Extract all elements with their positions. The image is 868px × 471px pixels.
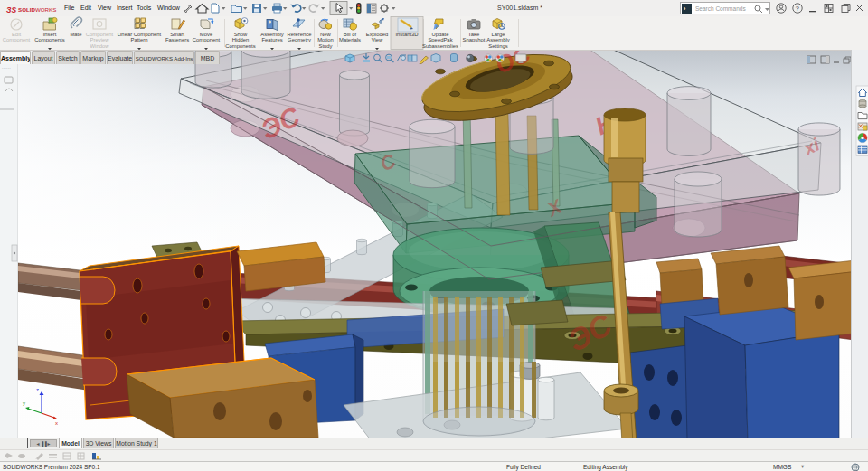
svg-text:?: ? [796, 5, 800, 13]
svg-text:Hidden: Hidden [232, 37, 250, 42]
svg-text:y: y [23, 400, 25, 406]
svg-text:New: New [320, 32, 332, 37]
svg-text:Snapshot: Snapshot [463, 37, 486, 42]
svg-text:Exploded: Exploded [366, 32, 389, 37]
svg-text:View: View [372, 37, 383, 42]
svg-text:Materials: Materials [339, 37, 361, 42]
svg-text:›: › [684, 5, 686, 12]
svg-text:⋯⋯: ⋯⋯ [2, 65, 11, 71]
svg-text:Insert: Insert [43, 32, 57, 37]
svg-text:Component: Component [3, 37, 31, 42]
svg-text:Components: Components [225, 43, 255, 49]
svg-text:Pattern: Pattern [131, 37, 148, 42]
svg-text:ЗS: ЗS [6, 5, 16, 14]
svg-text:Edit: Edit [12, 32, 22, 37]
svg-text:SOLIDWORKS: SOLIDWORKS [18, 6, 56, 13]
svg-text:Components: Components [34, 37, 64, 42]
svg-text:Update: Update [432, 32, 450, 37]
svg-text:Linear Component: Linear Component [118, 32, 162, 37]
svg-text:Assembly: Assembly [486, 37, 510, 42]
svg-text:Assembly: Assembly [260, 32, 284, 37]
svg-text:Subassemblies: Subassemblies [422, 43, 458, 49]
svg-text:Instant3D: Instant3D [395, 32, 418, 37]
svg-text:Study: Study [318, 43, 332, 49]
svg-text:SpeedPak: SpeedPak [428, 37, 452, 42]
svg-text:Fasteners: Fasteners [165, 37, 189, 42]
svg-text:Bill of: Bill of [344, 32, 357, 37]
svg-text:z: z [36, 387, 39, 392]
svg-text:Settings: Settings [488, 43, 507, 49]
svg-text:Take: Take [468, 32, 480, 37]
svg-text:Component: Component [86, 32, 114, 37]
svg-text:Preview: Preview [90, 37, 110, 42]
svg-text:Large: Large [491, 32, 505, 37]
svg-text:Geometry: Geometry [288, 37, 311, 42]
svg-text:Motion: Motion [317, 37, 334, 42]
svg-text:Move: Move [200, 32, 213, 37]
svg-text:Reference: Reference [287, 32, 312, 37]
svg-text:Window: Window [90, 43, 110, 49]
svg-text:x: x [55, 420, 58, 426]
svg-text:Mate: Mate [70, 32, 82, 37]
svg-text:Show: Show [234, 32, 248, 37]
svg-text:Smart: Smart [170, 32, 184, 37]
svg-text:Component: Component [193, 37, 221, 42]
svg-text:Features: Features [261, 37, 282, 42]
